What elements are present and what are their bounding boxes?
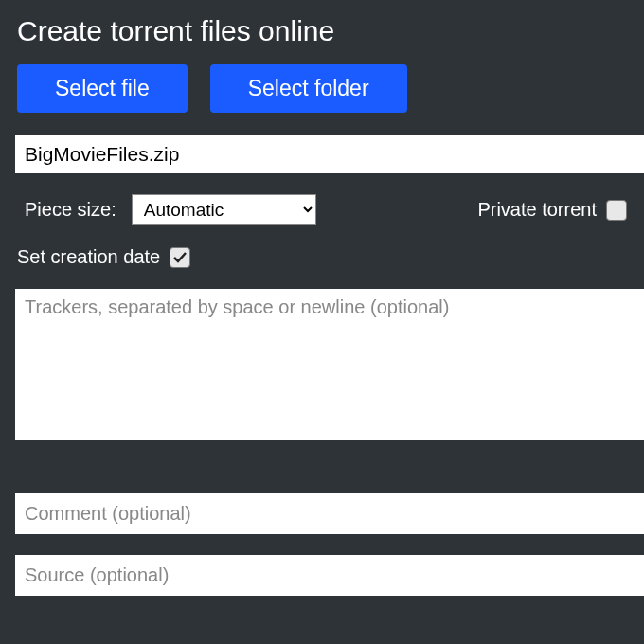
- filename-input[interactable]: [15, 135, 644, 173]
- checkmark-icon: [172, 250, 188, 265]
- comment-input[interactable]: [15, 493, 644, 534]
- page-title: Create torrent files online: [0, 0, 644, 64]
- private-torrent-checkbox[interactable]: [606, 200, 627, 221]
- select-folder-button[interactable]: Select folder: [210, 64, 407, 113]
- trackers-textarea[interactable]: [15, 289, 644, 440]
- creation-date-label: Set creation date: [17, 246, 160, 268]
- piece-size-select[interactable]: Automatic: [132, 194, 316, 225]
- button-row: Select file Select folder: [0, 64, 644, 135]
- creation-date-row: Set creation date: [0, 237, 644, 289]
- options-row: Piece size: Automatic Private torrent: [0, 173, 644, 237]
- source-input[interactable]: [15, 555, 644, 596]
- select-file-button[interactable]: Select file: [17, 64, 188, 113]
- piece-size-label: Piece size:: [25, 199, 116, 221]
- creation-date-checkbox[interactable]: [170, 247, 190, 268]
- private-torrent-label: Private torrent: [477, 199, 597, 221]
